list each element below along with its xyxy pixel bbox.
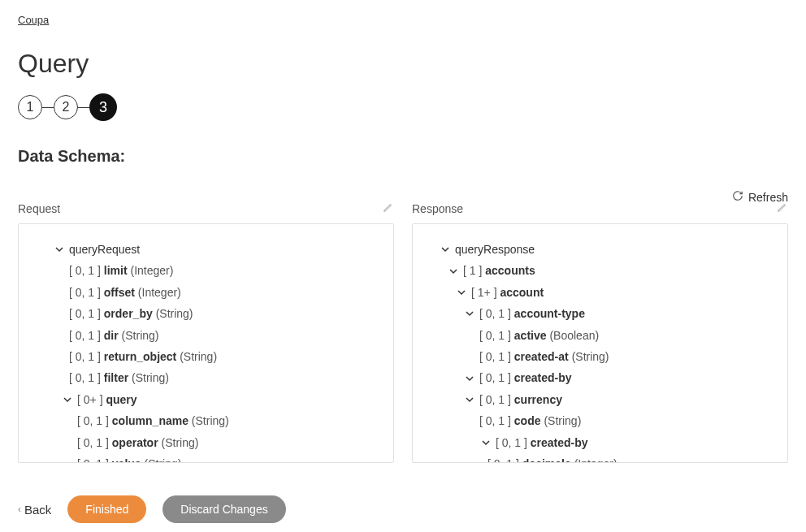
breadcrumb[interactable]: Coupa <box>18 14 49 26</box>
chevron-down-icon[interactable] <box>463 393 476 406</box>
tree-node[interactable]: queryResponse <box>455 240 535 258</box>
step-connector <box>78 107 89 108</box>
tree-card: [ 0, 1 ] <box>69 262 101 279</box>
request-schema-box: queryRequest [ 0, 1 ] limit (Integer) [ … <box>18 223 394 463</box>
tree-field-name: limit <box>104 262 128 279</box>
response-schema-box: queryResponse [ 1 ] accounts [ 1+ ] acco… <box>412 223 788 463</box>
step-connector <box>42 107 54 108</box>
request-title: Request <box>18 202 60 215</box>
finished-button[interactable]: Finished <box>67 495 146 523</box>
chevron-down-icon[interactable] <box>463 307 476 320</box>
chevron-down-icon[interactable] <box>455 286 468 299</box>
back-button[interactable]: ‹ Back <box>18 503 51 517</box>
edit-request-icon[interactable] <box>383 201 394 215</box>
response-title: Response <box>412 202 463 215</box>
chevron-down-icon[interactable] <box>61 393 74 406</box>
stepper: 1 2 3 <box>18 93 788 121</box>
footer-actions: ‹ Back Finished Discard Changes <box>18 495 788 523</box>
chevron-down-icon[interactable] <box>439 243 452 256</box>
chevron-down-icon[interactable] <box>463 372 476 385</box>
step-2[interactable]: 2 <box>54 95 78 119</box>
response-column: Response queryResponse [ 1 ] accounts [ … <box>412 197 788 463</box>
chevron-down-icon[interactable] <box>479 436 492 449</box>
chevron-left-icon: ‹ <box>18 504 21 515</box>
step-1[interactable]: 1 <box>18 95 42 119</box>
tree-field-type: (Integer) <box>130 262 173 279</box>
chevron-down-icon[interactable] <box>53 243 66 256</box>
edit-response-icon[interactable] <box>777 201 788 215</box>
page-title: Query <box>18 49 788 79</box>
discard-button[interactable]: Discard Changes <box>162 495 285 523</box>
chevron-down-icon[interactable] <box>447 265 460 278</box>
request-column: Request queryRequest [ 0, 1 ] limit (Int… <box>18 197 394 463</box>
section-title: Data Schema: <box>18 147 788 166</box>
tree-node[interactable]: queryRequest <box>69 240 140 258</box>
back-label: Back <box>24 503 51 517</box>
step-3[interactable]: 3 <box>89 93 117 121</box>
